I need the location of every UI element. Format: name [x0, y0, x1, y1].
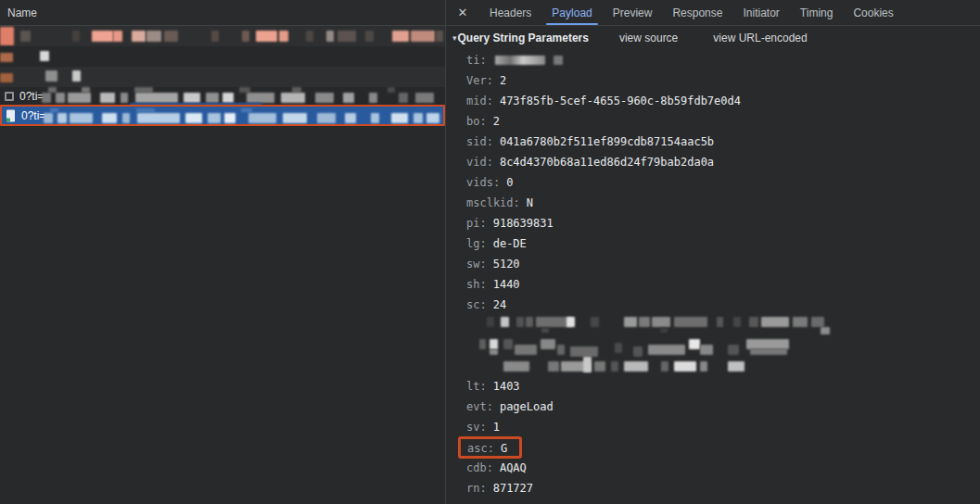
redacted-block: [611, 361, 618, 372]
network-request-row-redacted[interactable]: [0, 67, 445, 87]
param-value: G: [501, 442, 507, 455]
redacted-block: [548, 361, 559, 372]
redacted-block: [146, 31, 161, 42]
network-name-column-header[interactable]: Name: [0, 0, 445, 26]
redacted-block: [242, 31, 249, 42]
redacted-block: [72, 70, 81, 82]
param-row-sid: sid:041a6780b2f511ef899cdb87154aac5b: [466, 132, 980, 152]
redacted-block: [415, 93, 434, 103]
redacted-block: [503, 339, 513, 349]
redacted-block: [371, 113, 379, 123]
redacted-block: [121, 93, 128, 103]
redacted-block: [20, 31, 31, 42]
redacted-block: [208, 113, 221, 123]
network-request-row[interactable]: 0?ti=: [0, 87, 445, 105]
param-row-lt: lt:1403: [466, 376, 980, 397]
name-column-label: Name: [7, 6, 37, 19]
param-key: vids:: [466, 176, 500, 189]
redacted-block: [490, 339, 498, 349]
tab-response[interactable]: Response: [663, 0, 732, 25]
redacted-block: [591, 317, 599, 327]
param-key: mid:: [466, 94, 493, 107]
param-key: rn:: [466, 482, 487, 495]
view-url-encoded-link[interactable]: view URL-encoded: [713, 32, 807, 44]
request-name-label: 0?ti=: [19, 90, 44, 103]
redacted-block: [211, 31, 219, 42]
redacted-block: [728, 345, 739, 355]
redacted-block: [624, 317, 637, 327]
param-row-vid: vid:8c4d4370b68a11ed86d24f79bab2da0a: [466, 152, 980, 172]
param-key: lg:: [466, 237, 487, 250]
redacted-block: [661, 361, 668, 372]
redacted-block: [674, 361, 696, 372]
redacted-block: [206, 93, 219, 103]
document-icon: [6, 109, 15, 121]
redacted-block: [554, 56, 563, 65]
redacted-block: [750, 348, 787, 355]
param-row-msclkid: msclkid:N: [466, 193, 980, 213]
redacted-block: [515, 345, 537, 355]
param-key: cdb:: [466, 461, 493, 474]
param-value: 1440: [493, 278, 520, 291]
redacted-block: [594, 361, 605, 372]
redacted-block: [0, 73, 13, 82]
redacted-block: [68, 93, 91, 103]
query-string-parameters-title[interactable]: Query String Parameters: [458, 32, 589, 44]
redacted-block: [0, 27, 14, 45]
devtools-window: Name 0?ti=0?ti= ✕ HeadersPayloadPreviewR…: [0, 0, 980, 504]
redacted-block: [674, 317, 707, 327]
redacted-block: [749, 317, 758, 327]
param-value: 918639831: [493, 217, 554, 230]
tab-headers[interactable]: Headers: [480, 0, 541, 25]
param-row-sw: sw:5120: [466, 254, 980, 274]
redacted-block: [279, 31, 288, 42]
redacted-block: [326, 31, 334, 42]
param-row-sh: sh:1440: [466, 274, 980, 295]
tab-payload[interactable]: Payload: [542, 0, 601, 25]
param-row-Ver: Ver:2: [466, 70, 980, 91]
param-key: vid:: [466, 156, 493, 169]
view-source-link[interactable]: view source: [619, 32, 678, 44]
favicon-placeholder-icon: [5, 92, 14, 101]
collapse-arrow-icon[interactable]: ▾: [452, 33, 457, 43]
redacted-block: [566, 317, 575, 327]
param-row-mid: mid:473f85fb-5cef-4655-960c-8b59fdb7e0d4: [466, 91, 980, 111]
redacted-block: [345, 113, 356, 123]
param-row-cdb: cdb:AQAQ: [466, 458, 980, 478]
highlight-box: asc:G: [458, 436, 522, 459]
redacted-block: [717, 317, 723, 327]
close-icon[interactable]: ✕: [446, 0, 479, 25]
redacted-block: [516, 317, 524, 327]
redacted-block: [281, 93, 305, 103]
redacted-block: [365, 31, 374, 42]
redacted-block: [652, 317, 670, 327]
param-key: sid:: [466, 135, 493, 148]
tab-initiator[interactable]: Initiator: [733, 0, 788, 25]
network-request-row-redacted[interactable]: [0, 26, 445, 46]
tab-preview[interactable]: Preview: [604, 0, 662, 25]
redacted-block: [624, 361, 648, 372]
redacted-block: [633, 346, 643, 357]
param-value: 473f85fb-5cef-4655-960c-8b59fdb7e0d4: [500, 94, 741, 107]
param-row-sc: sc:24: [466, 295, 980, 315]
redacted-block: [337, 31, 356, 42]
network-request-row-redacted[interactable]: [0, 46, 445, 67]
redacted-block: [50, 108, 58, 112]
redacted-block: [639, 317, 650, 327]
tab-cookies[interactable]: Cookies: [844, 0, 902, 25]
param-value: 1: [493, 421, 500, 434]
detail-tabbar: ✕ HeadersPayloadPreviewResponseInitiator…: [446, 0, 980, 26]
network-request-row[interactable]: 0?ti=: [0, 105, 445, 126]
redacted-block: [490, 349, 498, 355]
redacted-block: [100, 93, 115, 103]
redacted-block: [56, 93, 65, 103]
redacted-block: [42, 93, 51, 103]
redacted-block: [811, 317, 824, 327]
param-row-sv: sv:1: [466, 417, 980, 437]
param-row-bo: bo:2: [466, 111, 980, 132]
param-key: sh:: [466, 278, 487, 291]
redacted-block: [391, 113, 408, 123]
tab-timing[interactable]: Timing: [791, 0, 843, 25]
param-key: lt:: [466, 380, 487, 393]
param-value: 041a6780b2f511ef899cdb87154aac5b: [500, 135, 714, 148]
